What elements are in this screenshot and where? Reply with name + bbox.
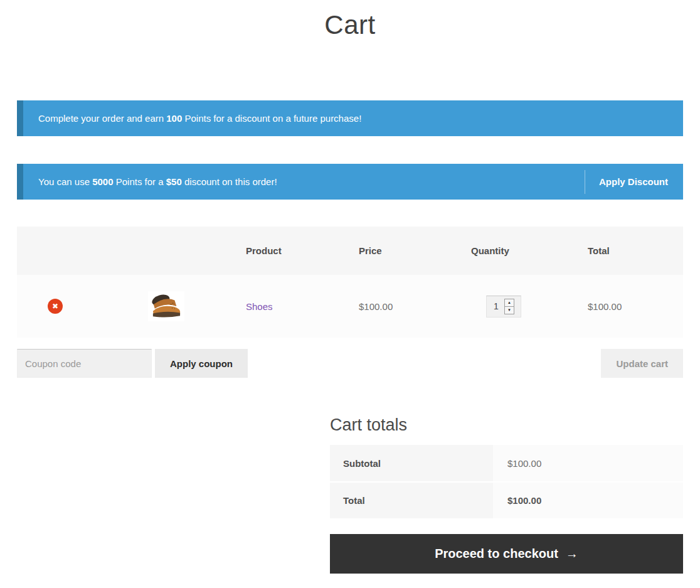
quantity-increment-icon[interactable]: ▲ <box>505 299 514 307</box>
apply-coupon-button[interactable]: Apply coupon <box>155 349 248 378</box>
header-remove <box>17 227 86 275</box>
quantity-input[interactable] <box>488 301 504 311</box>
cell-quantity: ▲ ▼ <box>464 275 580 338</box>
page-title: Cart <box>17 0 683 40</box>
cart-totals-table: Subtotal $100.00 Total $100.00 <box>330 445 683 520</box>
product-image-shoes[interactable] <box>148 291 184 321</box>
proceed-to-checkout-button[interactable]: Proceed to checkout → <box>330 534 683 574</box>
points-redeem-text-pre: You can use <box>38 176 92 187</box>
coupon-code-input[interactable] <box>17 349 152 378</box>
cart-totals-section: Cart totals Subtotal $100.00 Total $100.… <box>330 415 683 574</box>
subtotal-label: Subtotal <box>330 445 493 482</box>
header-total: Total <box>580 227 683 275</box>
points-earn-text-post: Points for a discount on a future purcha… <box>182 113 361 124</box>
cell-total: $100.00 <box>580 275 683 338</box>
subtotal-value: $100.00 <box>493 445 683 482</box>
proceed-to-checkout-label: Proceed to checkout <box>435 547 558 561</box>
header-product: Product <box>238 227 351 275</box>
quantity-spinner: ▲ ▼ <box>504 299 514 314</box>
points-earn-amount: 100 <box>166 113 182 124</box>
item-total: $100.00 <box>588 301 622 312</box>
cell-product-name: Shoes <box>238 275 351 338</box>
points-redeem-points: 5000 <box>92 176 113 187</box>
item-price: $100.00 <box>359 301 393 312</box>
points-redeem-discount-amount: $50 <box>166 176 182 187</box>
points-redeem-banner: You can use 5000 Points for a $50 discou… <box>17 164 683 200</box>
update-cart-button[interactable]: Update cart <box>601 349 683 378</box>
total-row: Total $100.00 <box>330 482 683 519</box>
subtotal-amount: $100.00 <box>507 458 541 469</box>
points-redeem-text-mid: Points for a <box>114 176 166 187</box>
cell-remove: ✖ <box>17 275 86 338</box>
cart-table-header-row: Product Price Quantity Total <box>17 227 683 275</box>
header-quantity: Quantity <box>464 227 580 275</box>
product-link[interactable]: Shoes <box>246 301 273 312</box>
cell-thumbnail <box>86 275 238 338</box>
points-earn-message: Complete your order and earn 100 Points … <box>38 113 361 124</box>
header-thumbnail <box>86 227 238 275</box>
remove-item-icon[interactable]: ✖ <box>48 299 63 314</box>
banner-divider <box>585 170 585 194</box>
cart-item-row: ✖ Shoes $100. <box>17 275 683 338</box>
header-price: Price <box>351 227 464 275</box>
right-arrow-icon: → <box>566 547 578 561</box>
points-redeem-message: You can use 5000 Points for a $50 discou… <box>38 176 277 187</box>
points-earn-banner: Complete your order and earn 100 Points … <box>17 100 683 136</box>
total-value: $100.00 <box>493 482 683 519</box>
apply-discount-button[interactable]: Apply Discount <box>599 176 668 187</box>
cart-totals-heading: Cart totals <box>330 415 683 435</box>
points-earn-text-pre: Complete your order and earn <box>38 113 166 124</box>
quantity-stepper: ▲ ▼ <box>486 296 521 318</box>
total-amount: $100.00 <box>507 495 541 506</box>
total-label: Total <box>330 482 493 519</box>
subtotal-row: Subtotal $100.00 <box>330 445 683 482</box>
points-redeem-text-post: discount on this order! <box>182 176 277 187</box>
quantity-decrement-icon[interactable]: ▼ <box>505 307 514 314</box>
cart-items-table: Product Price Quantity Total ✖ <box>17 227 683 338</box>
cart-page: Cart Complete your order and earn 100 Po… <box>17 0 683 574</box>
cart-actions-row: Apply coupon Update cart <box>17 349 683 378</box>
cell-price: $100.00 <box>351 275 464 338</box>
